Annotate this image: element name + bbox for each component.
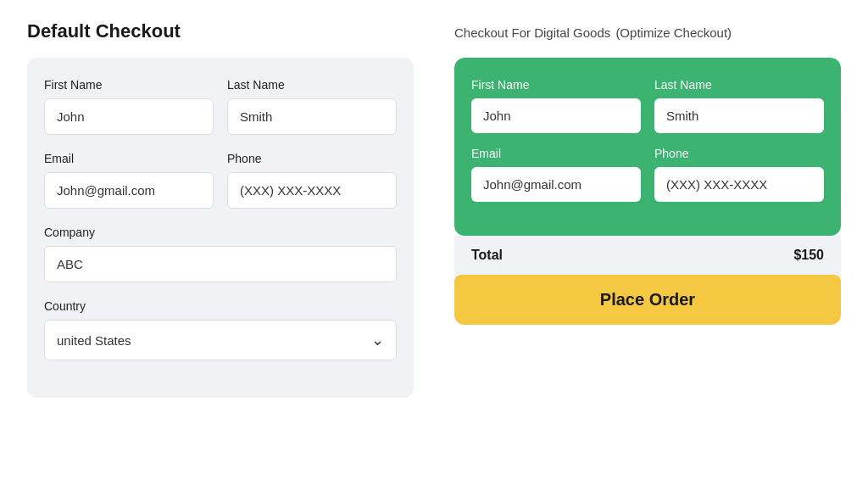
digital-email-phone-row: Email Phone (471, 147, 824, 202)
company-label: Company (44, 226, 397, 239)
first-name-group: First Name (44, 78, 214, 135)
email-label: Email (44, 152, 214, 165)
country-label: Country (44, 299, 397, 313)
last-name-input[interactable] (227, 98, 397, 135)
digital-phone-label: Phone (654, 147, 824, 160)
digital-email-input[interactable] (471, 167, 641, 202)
digital-phone-group: Phone (654, 147, 824, 202)
digital-checkout-title: Checkout For Digital Goods (Optimize Che… (454, 20, 841, 42)
country-value: united States (57, 333, 131, 348)
digital-title-text: Checkout For Digital Goods (454, 25, 610, 40)
digital-last-name-input[interactable] (654, 98, 824, 133)
digital-title-subtitle: (Optimize Checkout) (615, 25, 732, 40)
first-name-label: First Name (44, 78, 214, 92)
digital-checkout-wrapper: First Name Last Name Email Phon (454, 58, 841, 325)
digital-first-name-input[interactable] (471, 98, 641, 133)
first-name-input[interactable] (44, 98, 214, 135)
company-group: Company (44, 226, 397, 282)
digital-name-row: First Name Last Name (471, 78, 824, 133)
chevron-down-icon: ⌄ (371, 331, 384, 349)
phone-input[interactable] (227, 172, 397, 209)
phone-group: Phone (227, 152, 397, 209)
country-group: Country united States ⌄ (44, 299, 397, 360)
digital-phone-input[interactable] (654, 167, 824, 202)
digital-checkout-bottom: Total $150 Place Order (454, 236, 841, 325)
country-select[interactable]: united States ⌄ (44, 320, 397, 360)
page-layout: Default Checkout First Name Last Name Em… (27, 20, 841, 398)
place-order-button[interactable]: Place Order (454, 275, 841, 325)
country-row: Country united States ⌄ (44, 299, 397, 360)
email-input[interactable] (44, 172, 214, 209)
total-value: $150 (793, 248, 824, 263)
digital-last-name-group: Last Name (654, 78, 824, 133)
digital-first-name-group: First Name (471, 78, 641, 133)
last-name-group: Last Name (227, 78, 397, 135)
total-row: Total $150 (454, 236, 841, 275)
digital-first-name-label: First Name (471, 78, 641, 92)
digital-checkout-section: Checkout For Digital Goods (Optimize Che… (454, 20, 841, 325)
total-label: Total (471, 248, 503, 263)
digital-email-group: Email (471, 147, 641, 202)
default-checkout-title: Default Checkout (27, 20, 414, 42)
digital-email-label: Email (471, 147, 641, 160)
default-checkout-section: Default Checkout First Name Last Name Em… (27, 20, 414, 398)
email-group: Email (44, 152, 214, 209)
company-row: Company (44, 226, 397, 282)
email-phone-row: Email Phone (44, 152, 397, 209)
digital-last-name-label: Last Name (654, 78, 824, 92)
phone-label: Phone (227, 152, 397, 165)
company-input[interactable] (44, 246, 397, 282)
digital-checkout-form: First Name Last Name Email Phon (454, 58, 841, 236)
name-row: First Name Last Name (44, 78, 397, 135)
default-checkout-form: First Name Last Name Email Phone (27, 58, 414, 398)
last-name-label: Last Name (227, 78, 397, 92)
